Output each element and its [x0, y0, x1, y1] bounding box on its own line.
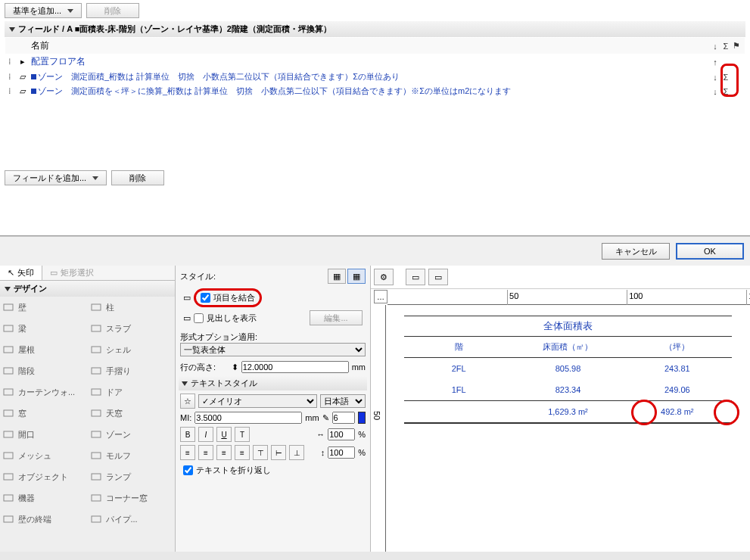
spacing-input[interactable]: [328, 446, 355, 459]
tool-label[interactable]: メッシュ: [17, 445, 88, 466]
tool-label[interactable]: ドア: [104, 381, 176, 403]
align-right-button[interactable]: ≡: [216, 445, 232, 460]
text-style-header[interactable]: テキストスタイル: [179, 376, 367, 390]
table-row: 1FL823.34249.06: [404, 379, 732, 400]
tool-label[interactable]: コーナー窓: [104, 487, 176, 509]
tool-label[interactable]: 壁の終端: [17, 509, 88, 530]
tool-label[interactable]: カーテンウォ...: [17, 381, 88, 403]
valign-top-button[interactable]: ⊤: [253, 445, 268, 460]
layout-tool-1-icon[interactable]: ▭: [406, 269, 425, 285]
font-size-input[interactable]: [195, 412, 302, 424]
tool-label[interactable]: シェル: [104, 339, 176, 360]
add-field-button[interactable]: フィールドを追加...: [5, 170, 107, 185]
delete-field-button[interactable]: 削除: [111, 170, 164, 185]
field-label: ゾーン 測定面積を＜坪＞に換算_桁数は 計算単位 切捨 小数点第二位以下（項目結…: [28, 86, 710, 97]
tool-icon[interactable]: [0, 424, 17, 445]
tool-icon[interactable]: [88, 487, 104, 509]
tool-icon[interactable]: [0, 403, 17, 424]
tool-label[interactable]: 開口: [17, 424, 88, 445]
pen-input[interactable]: [332, 412, 355, 424]
tool-icon[interactable]: [88, 424, 104, 445]
delete-criteria-button[interactable]: 削除: [86, 3, 139, 18]
tool-icon[interactable]: [88, 445, 104, 466]
tool-icon[interactable]: [0, 466, 17, 487]
italic-button[interactable]: I: [198, 427, 213, 442]
tool-icon[interactable]: [0, 445, 17, 466]
show-header-label: 見出しを表示: [207, 313, 257, 324]
tool-icon[interactable]: [88, 381, 104, 403]
tool-icon[interactable]: [0, 381, 17, 403]
script-select[interactable]: 日本語: [320, 394, 366, 408]
bold-button[interactable]: B: [180, 427, 195, 442]
width-scale-input[interactable]: [328, 428, 355, 440]
tool-icon[interactable]: [88, 509, 104, 530]
tool-label[interactable]: スラブ: [104, 318, 176, 339]
tool-icon[interactable]: [0, 509, 17, 530]
tool-icon[interactable]: [0, 360, 17, 381]
align-justify-button[interactable]: ≡: [235, 445, 250, 460]
tool-label[interactable]: ランプ: [104, 466, 176, 487]
format-option-select[interactable]: 一覧表全体: [180, 343, 366, 356]
tool-icon[interactable]: [88, 297, 104, 318]
row-height-input[interactable]: [241, 361, 349, 373]
tool-icon[interactable]: [88, 403, 104, 424]
tab-marquee[interactable]: ▭矩形選択: [42, 266, 101, 280]
tool-label[interactable]: オブジェクト: [17, 466, 88, 487]
svg-rect-2: [4, 325, 13, 331]
disclosure-icon: [9, 27, 15, 32]
field-row[interactable]: ⁞ ▱ ゾーン 測定面積_桁数は 計算単位 切捨 小数点第二位以下（項目結合でき…: [5, 70, 745, 84]
tool-icon[interactable]: [88, 339, 104, 360]
tool-label[interactable]: 機器: [17, 487, 88, 509]
drag-handle-icon[interactable]: ⁞: [8, 72, 17, 82]
font-select[interactable]: ✓メイリオ: [198, 394, 317, 408]
tool-icon[interactable]: [0, 487, 17, 509]
tool-label[interactable]: 壁: [17, 297, 88, 318]
tool-label[interactable]: 階段: [17, 360, 88, 381]
merge-items-checkbox[interactable]: [201, 293, 210, 303]
design-section-header[interactable]: デザイン: [0, 281, 175, 297]
view-list-icon[interactable]: ▦: [328, 269, 346, 284]
settings-icon[interactable]: ⚙: [374, 269, 394, 285]
strike-button[interactable]: T: [235, 427, 250, 442]
drag-handle-icon[interactable]: ⁞: [8, 57, 17, 67]
align-center-button[interactable]: ≡: [198, 445, 213, 460]
sort-arrow-header: ↓: [710, 42, 720, 51]
tab-arrow[interactable]: ↖矢印: [0, 266, 42, 280]
merge-items-highlight: 項目を結合: [194, 288, 262, 307]
ok-button[interactable]: OK: [676, 243, 744, 260]
tool-label[interactable]: 窓: [17, 403, 88, 424]
edit-button[interactable]: 編集...: [310, 310, 363, 325]
color-swatch[interactable]: [358, 412, 366, 424]
valign-bottom-button[interactable]: ⊥: [289, 445, 304, 460]
tool-label[interactable]: 梁: [17, 318, 88, 339]
layout-tool-2-icon[interactable]: ▭: [428, 269, 448, 285]
field-row[interactable]: ⁞ ▱ ゾーン 測定面積を＜坪＞に換算_桁数は 計算単位 切捨 小数点第二位以下…: [5, 84, 745, 98]
tool-icon[interactable]: [0, 297, 17, 318]
tool-label[interactable]: 柱: [104, 297, 176, 318]
align-left-button[interactable]: ≡: [180, 445, 195, 460]
tool-label[interactable]: 天窓: [104, 403, 176, 424]
ruler-origin-button[interactable]: …: [374, 290, 387, 303]
tool-icon[interactable]: [0, 318, 17, 339]
drag-handle-icon[interactable]: ⁞: [8, 86, 17, 96]
annotation-circle: [631, 400, 657, 425]
tool-label[interactable]: 手摺り: [104, 360, 176, 381]
tool-label[interactable]: ゾーン: [104, 424, 176, 445]
add-criteria-button[interactable]: 基準を追加...: [5, 3, 82, 18]
vertical-ruler: 50: [371, 305, 386, 552]
show-header-checkbox[interactable]: [194, 313, 204, 323]
wrap-text-checkbox[interactable]: [183, 465, 193, 475]
favorite-star-button[interactable]: ☆: [180, 394, 195, 409]
underline-button[interactable]: U: [216, 427, 232, 442]
tool-label[interactable]: モルフ: [104, 445, 176, 466]
tool-label[interactable]: 屋根: [17, 339, 88, 360]
tool-label[interactable]: パイプ...: [104, 509, 176, 530]
field-row[interactable]: ⁞ ▸ 配置フロア名 ↑: [5, 54, 745, 70]
tool-icon[interactable]: [88, 466, 104, 487]
tool-icon[interactable]: [88, 360, 104, 381]
tool-icon[interactable]: [88, 318, 104, 339]
view-grid-icon[interactable]: ▦: [347, 269, 366, 284]
tool-icon[interactable]: [0, 339, 17, 360]
valign-mid-button[interactable]: ⊢: [271, 445, 286, 460]
cancel-button[interactable]: キャンセル: [602, 243, 670, 260]
